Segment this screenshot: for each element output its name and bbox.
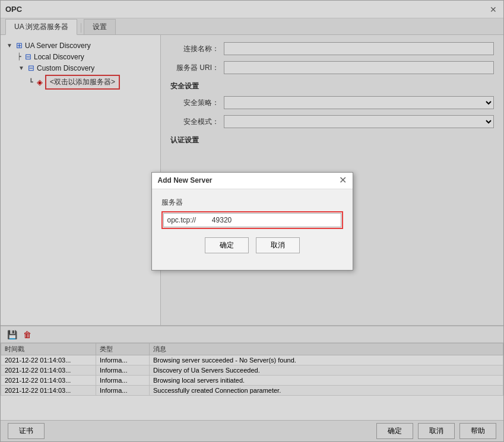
modal-overlay: Add New Server ✕ 服务器 确定 取消 [1,1,503,441]
modal-server-label: 服务器 [161,198,343,208]
modal-footer: 确定 取消 [161,237,343,262]
modal-confirm-button[interactable]: 确定 [205,237,249,253]
modal-server-input[interactable] [163,213,341,227]
main-window: OPC ✕ UA 浏览器服务器 设置 ▼ ⊞ UA Server Discove… [0,0,504,442]
modal-title: Add New Server [158,176,213,185]
modal-close-button[interactable]: ✕ [339,176,347,185]
modal-input-container [161,211,343,229]
modal-title-bar: Add New Server ✕ [152,173,353,189]
modal-cancel-button[interactable]: 取消 [256,237,300,253]
modal-body: 服务器 确定 取消 [152,189,353,270]
add-server-modal: Add New Server ✕ 服务器 确定 取消 [151,172,353,271]
